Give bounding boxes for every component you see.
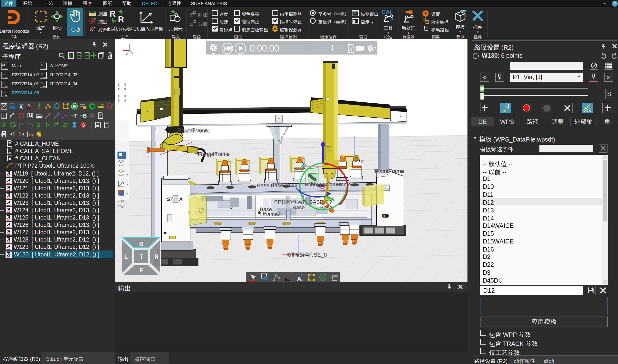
svg-text:WPaBASE_0: WPaBASE_0 (287, 251, 319, 257)
svg-text:Base Base: Base Base (257, 182, 283, 188)
svg-text:R: R (154, 254, 159, 260)
svg-text:x: x (288, 46, 291, 51)
svg-text:A: A (179, 196, 183, 202)
svg-text:T: T (139, 254, 143, 260)
svg-text:L: L (124, 254, 128, 260)
svg-text:A: A (297, 275, 302, 282)
svg-text:R: R (118, 14, 124, 24)
svg-text:R: R (110, 9, 116, 18)
svg-text:A: A (349, 47, 352, 51)
svg-text:MountFrame: MountFrame (373, 168, 404, 174)
svg-text:Uframe2: Uframe2 (260, 211, 281, 217)
svg-text:P72: P72 (354, 158, 364, 165)
svg-text:Base: Base (292, 204, 305, 210)
svg-text:SUB: SUB (117, 199, 124, 203)
svg-text:RountFrame: RountFrame (178, 127, 207, 133)
svg-text:B: B (139, 241, 143, 247)
svg-text:0:00:00: 0:00:00 (250, 43, 279, 53)
svg-text:1.0: 1.0 (293, 45, 302, 52)
svg-text:CAL: CAL (381, 9, 393, 15)
svg-text:F: F (139, 267, 143, 273)
svg-text:Base: Base (320, 204, 332, 210)
svg-text:MangeFrame: MangeFrame (311, 181, 343, 187)
svg-text:MangeFrame: MangeFrame (196, 151, 228, 157)
svg-text:Base: Base (285, 182, 297, 188)
svg-text:S: S (82, 123, 85, 128)
svg-text:S: S (100, 115, 103, 119)
svg-text:A: A (19, 104, 23, 110)
svg-text:T: T (74, 113, 78, 119)
svg-text:B: B (83, 113, 87, 119)
